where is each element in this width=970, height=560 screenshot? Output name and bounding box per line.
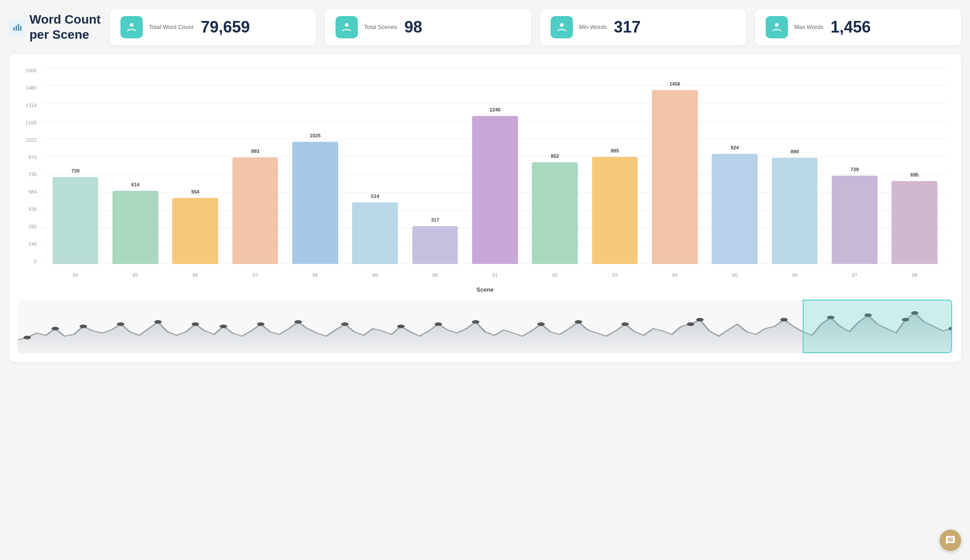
x-axis-label: 85 [107, 268, 164, 282]
bar-group[interactable]: 730 [47, 72, 104, 264]
bar-group[interactable]: 1456 [646, 72, 703, 264]
bar-group[interactable]: 317 [406, 72, 464, 264]
x-axis-label: 87 [227, 268, 284, 282]
y-axis-label: 584 [29, 189, 37, 194]
y-axis-label: 1314 [26, 103, 37, 108]
y-axis-label: 438 [29, 206, 37, 212]
svg-point-12 [154, 320, 162, 324]
stat-content-min-words: Min Words 317 [579, 18, 641, 37]
svg-point-16 [294, 320, 302, 324]
bar-chart-wrapper: 160614601314116810228767305844382921460 … [18, 68, 952, 282]
x-axis-label: 96 [766, 268, 823, 282]
bar-value: 739 [850, 167, 858, 172]
svg-point-14 [220, 325, 227, 328]
x-axis-label: 98 [886, 268, 943, 282]
stat-icon-total-scenes [336, 16, 358, 38]
svg-point-9 [51, 327, 59, 330]
bar[interactable]: 1240 [472, 116, 518, 264]
svg-point-26 [780, 318, 788, 321]
svg-point-8 [24, 336, 31, 339]
bar-group[interactable]: 890 [766, 72, 823, 264]
y-axis-label: 876 [29, 155, 37, 160]
bar-value: 695 [911, 172, 919, 177]
bar-group[interactable]: 514 [347, 72, 404, 264]
x-labels: 848586878889909192939495969798 [42, 268, 948, 282]
stat-content-max-words: Max Words 1,456 [794, 18, 871, 37]
y-axis-label: 292 [29, 224, 37, 229]
x-axis-label: 86 [167, 268, 224, 282]
svg-point-17 [341, 322, 349, 326]
x-axis-label: 97 [826, 268, 883, 282]
bar[interactable]: 893 [232, 157, 278, 264]
svg-point-6 [560, 23, 564, 27]
stat-value-max-words: 1,456 [830, 18, 871, 37]
bar[interactable]: 514 [352, 202, 398, 264]
bar-group[interactable]: 924 [706, 72, 763, 264]
page-title: Word Count per Scene [29, 12, 101, 42]
bar-value: 614 [131, 182, 139, 187]
header-section: Word Count per Scene Total Word Count 79… [9, 9, 961, 45]
bar-group[interactable]: 695 [886, 72, 943, 264]
y-axis-label: 1460 [26, 85, 37, 91]
bar-group[interactable]: 895 [586, 72, 643, 264]
bar[interactable]: 554 [172, 198, 218, 264]
svg-point-20 [472, 320, 480, 324]
bar[interactable]: 852 [532, 162, 578, 264]
bar[interactable]: 730 [53, 177, 99, 264]
stat-label-min-words: Min Words [579, 24, 607, 31]
y-axis: 160614601314116810228767305844382921460 [18, 68, 40, 264]
svg-rect-3 [20, 26, 21, 31]
x-axis-label: 84 [47, 268, 104, 282]
bar-value: 924 [731, 145, 739, 150]
bar[interactable]: 614 [112, 191, 158, 264]
bar[interactable]: 890 [772, 158, 818, 264]
y-axis-label: 730 [29, 172, 37, 177]
svg-point-10 [79, 325, 87, 328]
x-axis-label: 90 [406, 268, 464, 282]
stat-label-total-scenes: Total Scenes [364, 24, 397, 31]
bar-value: 852 [551, 153, 559, 159]
svg-rect-0 [13, 27, 15, 31]
x-axis-label: 88 [286, 268, 344, 282]
y-axis-label: 1606 [26, 68, 37, 73]
svg-point-18 [397, 325, 405, 328]
x-axis-label: 89 [347, 268, 404, 282]
bar[interactable]: 1025 [292, 142, 338, 264]
bar[interactable]: 924 [712, 154, 758, 264]
svg-rect-2 [18, 24, 19, 31]
bar[interactable]: 739 [832, 176, 878, 264]
stat-card-total-word-count: Total Word Count 79,659 [110, 9, 316, 45]
sparkline-section[interactable] [18, 300, 952, 353]
sparkline-highlight [803, 300, 952, 353]
bar[interactable]: 1456 [652, 90, 698, 264]
bar-group[interactable]: 1240 [466, 72, 523, 264]
bar-group[interactable]: 554 [167, 72, 224, 264]
bar-value: 1025 [310, 133, 320, 138]
bar-value: 514 [371, 194, 379, 199]
svg-point-11 [117, 322, 124, 326]
x-axis-label: 91 [466, 268, 523, 282]
bar[interactable]: 695 [891, 181, 937, 264]
x-axis-label: 93 [586, 268, 643, 282]
bar-group[interactable]: 614 [107, 72, 164, 264]
stat-content-total-word-count: Total Word Count 79,659 [149, 18, 250, 37]
bar-value: 893 [251, 148, 259, 154]
svg-point-5 [345, 23, 348, 27]
svg-point-4 [130, 23, 133, 27]
svg-point-13 [191, 322, 199, 326]
svg-point-21 [537, 322, 545, 326]
svg-point-25 [696, 318, 704, 321]
x-axis-label: 92 [526, 268, 584, 282]
stat-icon-max-words [766, 16, 788, 38]
bar-value: 317 [431, 217, 439, 222]
bar-group[interactable]: 1025 [286, 72, 344, 264]
chart-area: 7306145548931025514317124085289514569248… [42, 68, 948, 264]
y-axis-label: 1168 [26, 120, 37, 125]
bar-group[interactable]: 739 [826, 72, 883, 264]
bar[interactable]: 895 [592, 157, 638, 264]
bar[interactable]: 317 [412, 226, 458, 264]
x-axis-title: Scene [18, 286, 952, 293]
stat-card-min-words: Min Words 317 [540, 9, 746, 45]
bar-group[interactable]: 893 [227, 72, 284, 264]
bar-group[interactable]: 852 [526, 72, 584, 264]
